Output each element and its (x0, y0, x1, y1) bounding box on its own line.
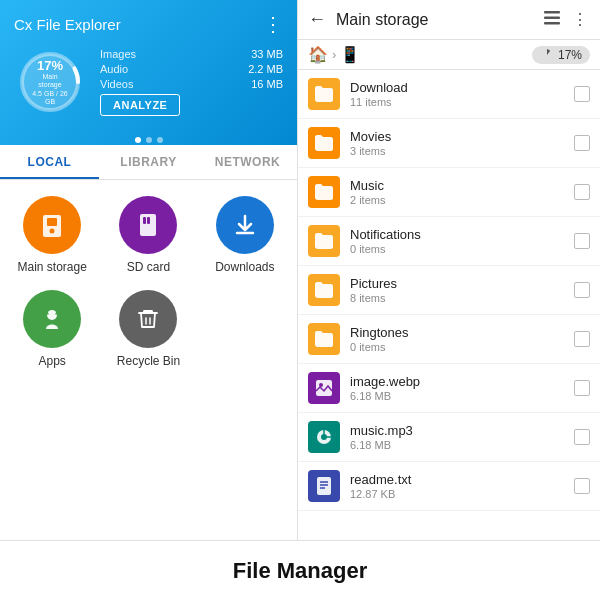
file-name-6: image.webp (350, 374, 574, 389)
more-options-icon[interactable]: ⋮ (570, 8, 590, 31)
file-checkbox-8[interactable] (574, 478, 590, 494)
dots-menu-icon[interactable]: ⋮ (263, 12, 283, 36)
folder-icon-3 (308, 225, 340, 257)
apps-icon (23, 290, 81, 348)
file-meta-0: 11 items (350, 96, 574, 108)
file-icon-7 (308, 421, 340, 453)
breadcrumb: 🏠 › 📱 17% (298, 40, 600, 70)
file-item-8[interactable]: readme.txt 12.87 KB (298, 462, 600, 511)
circle-chart: 17% Main storage 4.5 GB / 26 GB (14, 46, 86, 118)
right-panel: ← Main storage ⋮ 🏠 › 📱 (298, 0, 600, 540)
file-list: Download 11 items Movies 3 items Music 2… (298, 70, 600, 540)
file-name-4: Pictures (350, 276, 574, 291)
sd-card-icon (119, 196, 177, 254)
apps-label: Apps (38, 354, 65, 368)
local-icons-row1: Main storage SD card (0, 180, 297, 290)
svg-rect-14 (544, 22, 560, 25)
main-storage-icon (23, 196, 81, 254)
header-icons: ⋮ (542, 8, 590, 31)
file-item-7[interactable]: music.mp3 6.18 MB (298, 413, 600, 462)
file-item-1[interactable]: Movies 3 items (298, 119, 600, 168)
svg-rect-12 (544, 11, 560, 14)
file-meta-1: 3 items (350, 145, 574, 157)
file-name-3: Notifications (350, 227, 574, 242)
main-storage-icon-item[interactable]: Main storage (10, 196, 94, 274)
sd-card-icon-item[interactable]: SD card (106, 196, 190, 274)
svg-point-19 (321, 434, 327, 440)
file-info-6: image.webp 6.18 MB (350, 374, 574, 402)
svg-rect-20 (317, 477, 331, 495)
file-info-3: Notifications 0 items (350, 227, 574, 255)
folder-icon-1 (308, 127, 340, 159)
file-meta-5: 0 items (350, 341, 574, 353)
storage-percent: 17% (32, 58, 68, 73)
bottom-title-bar: File Manager (0, 540, 600, 600)
file-checkbox-5[interactable] (574, 331, 590, 347)
apps-icon-item[interactable]: Apps (10, 290, 94, 368)
file-item-4[interactable]: Pictures 8 items (298, 266, 600, 315)
file-info-7: music.mp3 6.18 MB (350, 423, 574, 451)
file-meta-2: 2 items (350, 194, 574, 206)
videos-value: 16 MB (251, 78, 283, 90)
file-info-8: readme.txt 12.87 KB (350, 472, 574, 500)
downloads-label: Downloads (215, 260, 274, 274)
tab-local[interactable]: LOCAL (0, 145, 99, 179)
file-meta-3: 0 items (350, 243, 574, 255)
storage-badge: 17% (532, 46, 590, 64)
file-meta-7: 6.18 MB (350, 439, 574, 451)
dot-3 (157, 137, 163, 143)
svg-rect-7 (147, 217, 150, 224)
right-panel-title: Main storage (336, 11, 542, 29)
audio-label: Audio (100, 63, 128, 75)
dot-1 (135, 137, 141, 143)
images-value: 33 MB (251, 48, 283, 60)
downloads-icon (216, 196, 274, 254)
analyze-button[interactable]: ANALYZE (100, 94, 180, 116)
file-item-3[interactable]: Notifications 0 items (298, 217, 600, 266)
file-checkbox-6[interactable] (574, 380, 590, 396)
recycle-bin-label: Recycle Bin (117, 354, 180, 368)
file-checkbox-4[interactable] (574, 282, 590, 298)
storage-section: 17% Main storage 4.5 GB / 26 GB Images 3… (14, 46, 283, 132)
main-storage-label: Main storage (17, 260, 86, 274)
tab-library[interactable]: LIBRARY (99, 145, 198, 179)
file-checkbox-3[interactable] (574, 233, 590, 249)
file-checkbox-0[interactable] (574, 86, 590, 102)
file-item-2[interactable]: Music 2 items (298, 168, 600, 217)
right-header: ← Main storage ⋮ (298, 0, 600, 40)
folder-icon-5 (308, 323, 340, 355)
file-icon-6 (308, 372, 340, 404)
left-header: Cx File Explorer ⋮ 17% Main storage 4.5 … (0, 0, 297, 145)
recycle-bin-icon-item[interactable]: Recycle Bin (106, 290, 190, 368)
file-icon-8 (308, 470, 340, 502)
breadcrumb-separator: › (332, 47, 336, 62)
folder-icon-4 (308, 274, 340, 306)
list-view-icon[interactable] (542, 9, 562, 31)
tab-network[interactable]: NETWORK (198, 145, 297, 179)
breadcrumb-home-icon[interactable]: 🏠 (308, 45, 328, 64)
dot-indicators (14, 132, 283, 145)
file-meta-4: 8 items (350, 292, 574, 304)
file-meta-8: 12.87 KB (350, 488, 574, 500)
file-item-6[interactable]: image.webp 6.18 MB (298, 364, 600, 413)
file-item-0[interactable]: Download 11 items (298, 70, 600, 119)
file-item-5[interactable]: Ringtones 0 items (298, 315, 600, 364)
svg-rect-3 (47, 218, 57, 226)
tab-bar: LOCAL LIBRARY NETWORK (0, 145, 297, 180)
left-panel: Cx File Explorer ⋮ 17% Main storage 4.5 … (0, 0, 298, 540)
file-name-0: Download (350, 80, 574, 95)
file-checkbox-1[interactable] (574, 135, 590, 151)
breadcrumb-phone-icon[interactable]: 📱 (340, 45, 360, 64)
back-button[interactable]: ← (308, 9, 326, 30)
videos-label: Videos (100, 78, 133, 90)
folder-icon-2 (308, 176, 340, 208)
file-info-5: Ringtones 0 items (350, 325, 574, 353)
svg-rect-6 (143, 217, 146, 224)
file-checkbox-7[interactable] (574, 429, 590, 445)
file-info-4: Pictures 8 items (350, 276, 574, 304)
file-checkbox-2[interactable] (574, 184, 590, 200)
downloads-icon-item[interactable]: Downloads (203, 196, 287, 274)
file-info-1: Movies 3 items (350, 129, 574, 157)
file-info-0: Download 11 items (350, 80, 574, 108)
images-label: Images (100, 48, 136, 60)
